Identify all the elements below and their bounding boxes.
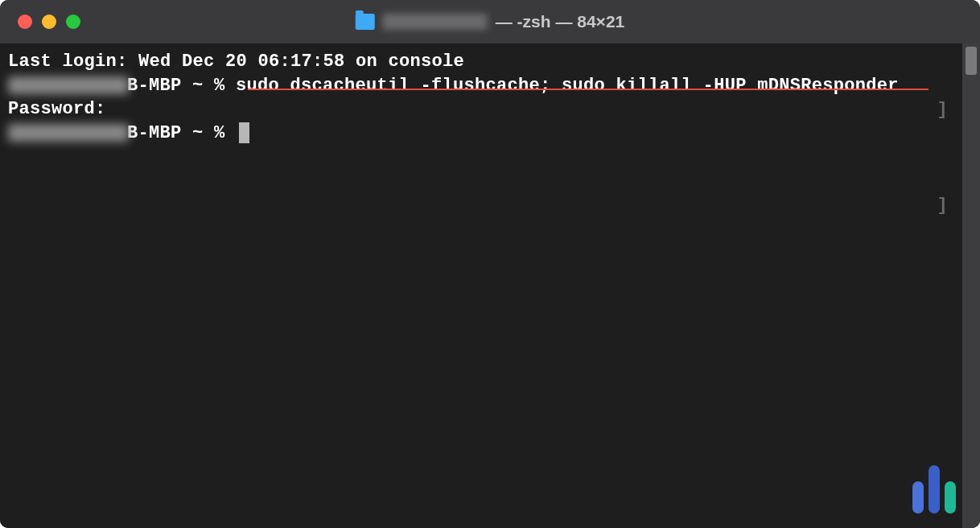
cursor (239, 122, 249, 143)
redacted-hostname (8, 124, 129, 142)
terminal-window: — -zsh — 84×21 Last login: Wed Dec 20 06… (0, 0, 980, 528)
titlebar[interactable]: — -zsh — 84×21 (0, 0, 980, 43)
prompt-text: B-MBP ~ % (127, 76, 236, 96)
logo-bar-icon (945, 481, 956, 514)
prompt-line: B-MBP ~ % ] (8, 122, 972, 146)
redacted-hostname (8, 76, 129, 94)
scrollbar-track[interactable] (962, 43, 980, 528)
close-button[interactable] (18, 14, 32, 29)
window-title: — -zsh — 84×21 (356, 12, 624, 31)
scrollbar-thumb[interactable] (966, 47, 977, 75)
traffic-lights (0, 14, 80, 29)
logo-bar-icon (929, 465, 940, 514)
command-line: B-MBP ~ % sudo dscacheutil -flushcache; … (8, 74, 972, 98)
redacted-dirname (383, 14, 488, 30)
folder-icon (356, 14, 375, 30)
terminal-output[interactable]: Last login: Wed Dec 20 06:17:58 on conso… (0, 43, 980, 528)
title-suffix: — -zsh — 84×21 (496, 12, 624, 31)
password-line: Password: (8, 97, 972, 122)
line-bracket: ] (937, 194, 948, 218)
logo-bar-icon (912, 481, 924, 514)
maximize-button[interactable] (66, 14, 80, 29)
login-line: Last login: Wed Dec 20 06:17:58 on conso… (8, 50, 972, 74)
command-text: sudo dscacheutil -flushcache; sudo killa… (236, 76, 899, 96)
command-highlight-underline (248, 89, 929, 90)
logo-watermark (912, 465, 956, 514)
minimize-button[interactable] (42, 14, 56, 29)
prompt-text: B-MBP ~ % (127, 123, 236, 143)
